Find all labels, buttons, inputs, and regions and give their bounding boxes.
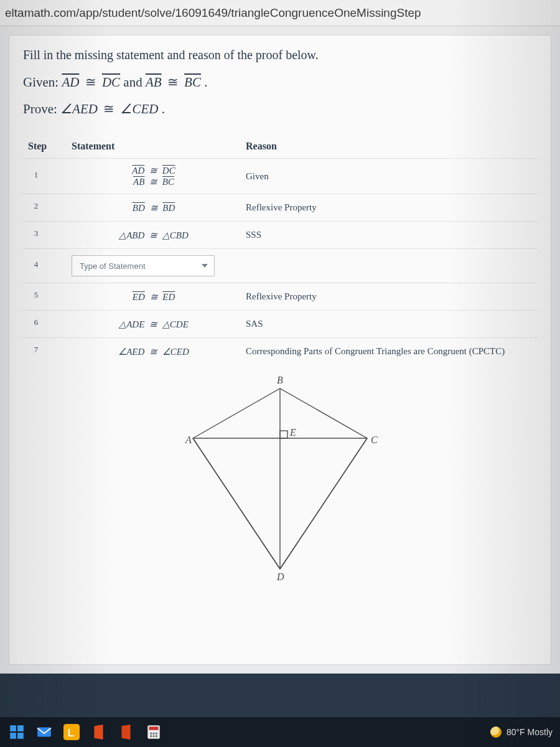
reason-cell: Reflexive Property (241, 283, 537, 311)
svg-rect-6 (10, 725, 16, 731)
label-A: A (185, 435, 192, 445)
label-C: C (371, 435, 378, 445)
taskbar-left-group: L (7, 723, 163, 741)
seg: ED (162, 292, 175, 303)
ang: ∠CED (162, 347, 189, 357)
weather-text: 80°F Mostly (506, 727, 553, 737)
mail-icon[interactable] (35, 723, 54, 741)
weather-widget[interactable]: 80°F Mostly (490, 726, 553, 738)
ang: ∠AED (118, 347, 144, 357)
svg-line-3 (193, 438, 280, 569)
statement: BD ≅ BD (72, 202, 236, 214)
sun-icon (490, 726, 502, 738)
windows-taskbar[interactable]: L 80°F Mostly (0, 717, 560, 747)
segment-BC: BC (184, 75, 201, 90)
step-number: 7 (28, 345, 44, 359)
reason-cell: Corresponding Parts of Congruent Triangl… (241, 338, 537, 365)
step-number: 4 (28, 260, 44, 273)
step-number: 2 (28, 201, 44, 215)
office-icon[interactable] (90, 723, 108, 741)
svg-line-4 (280, 438, 367, 569)
angle-AED: ∠AED (60, 101, 98, 116)
col-header-reason: Reason (241, 134, 537, 159)
start-icon[interactable] (7, 723, 26, 741)
proof-table: Step Statement Reason 1 AD ≅ DC (23, 134, 537, 365)
svg-rect-9 (17, 733, 24, 739)
reason-cell: Given (241, 159, 537, 194)
statement: ∠AED ≅ ∠CED (72, 346, 236, 357)
instruction-text: Fill in the missing statement and reason… (23, 48, 537, 62)
svg-rect-7 (17, 725, 24, 731)
congruent-symbol: ≅ (83, 75, 102, 90)
period: . (162, 101, 165, 116)
seg: BD (133, 203, 145, 214)
svg-point-18 (150, 735, 152, 737)
table-row: 7 ∠AED ≅ ∠CED Corresponding Parts of Con… (23, 338, 537, 365)
table-row: 1 AD ≅ DC AB ≅ BC (23, 159, 537, 194)
step-number: 6 (28, 317, 44, 331)
statement: △ADE ≅ △CDE (72, 319, 236, 330)
seg: AD (132, 166, 144, 176)
segment-DC: DC (102, 75, 120, 90)
label-B: B (277, 375, 283, 385)
period: . (204, 75, 207, 90)
step-number: 5 (28, 290, 44, 304)
label-E: E (289, 427, 296, 438)
step-number: 3 (28, 228, 44, 242)
prove-line: Prove: ∠AED ≅ ∠CED . (23, 101, 537, 117)
calc-icon[interactable] (144, 723, 163, 741)
svg-point-19 (152, 735, 154, 737)
reason-cell[interactable] (241, 249, 537, 283)
chevron-down-icon (202, 264, 208, 268)
browser-address-bar[interactable]: eltamath.com/app/student/solve/16091649/… (0, 0, 560, 26)
col-header-statement: Statement (67, 134, 241, 159)
content-card: Fill in the missing statement and reason… (9, 35, 551, 665)
statement-type-dropdown[interactable]: Type of Statement (72, 255, 215, 276)
seg: BD (162, 203, 175, 214)
statement: ED ≅ ED (72, 291, 236, 303)
figure-container: A B C D E (23, 370, 537, 581)
segment-AD: AD (62, 75, 79, 90)
page-background: Fill in the missing statement and reason… (0, 26, 560, 674)
svg-text:L: L (68, 726, 75, 739)
statement: △ABD ≅ △CBD (72, 230, 236, 241)
segment-AB: AB (146, 75, 162, 90)
seg: ED (133, 292, 145, 303)
congruent-symbol: ≅ (165, 75, 184, 90)
table-row: 5 ED ≅ ED Reflexive Property (23, 283, 537, 311)
kite-figure: A B C D E (174, 370, 386, 581)
svg-rect-8 (10, 733, 16, 739)
url-text: eltamath.com/app/student/solve/16091649/… (5, 6, 421, 20)
table-row: 4 Type of Statement (23, 249, 537, 283)
dropdown-placeholder: Type of Statement (80, 261, 146, 271)
tri: △ADE (119, 319, 144, 329)
svg-point-16 (152, 733, 154, 735)
table-row: 6 △ADE ≅ △CDE SAS (23, 311, 537, 338)
given-prefix: Given: (23, 75, 62, 90)
reason-cell: SSS (241, 222, 537, 249)
proof-area: Step Statement Reason 1 AD ≅ DC (23, 128, 537, 581)
statement-line1: AD ≅ DC (72, 165, 236, 176)
svg-rect-14 (149, 726, 158, 730)
table-row: 3 △ABD ≅ △CBD SSS (23, 222, 537, 249)
office-icon-2[interactable] (117, 723, 136, 741)
svg-rect-5 (280, 431, 287, 438)
svg-rect-10 (37, 727, 51, 736)
seg: BC (162, 177, 174, 187)
table-row: 2 BD ≅ BD Reflexive Property (23, 194, 537, 222)
step-number: 1 (28, 170, 44, 184)
svg-point-15 (150, 733, 152, 735)
tri: △CDE (162, 319, 189, 329)
reason-cell: Reflexive Property (241, 194, 537, 222)
tri: △ABD (119, 230, 144, 240)
given-line: Given: AD ≅ DC and AB ≅ BC . (23, 75, 537, 90)
svg-point-17 (156, 733, 157, 735)
and-text: and (123, 75, 146, 90)
congruent-symbol: ≅ (101, 101, 120, 116)
reason-cell: SAS (241, 311, 537, 338)
app-L-icon[interactable]: L (62, 723, 81, 741)
statement-line2: AB ≅ BC (72, 176, 236, 187)
seg: DC (162, 166, 175, 176)
prove-prefix: Prove: (23, 101, 60, 116)
angle-CED: ∠CED (120, 101, 158, 116)
